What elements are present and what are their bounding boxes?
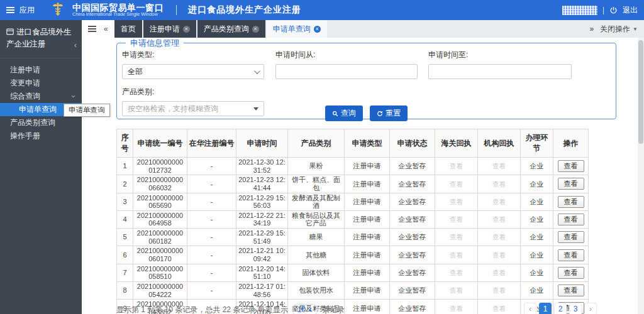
tooltip: 申请单查询 xyxy=(64,104,110,117)
apply-type-select[interactable]: 全部 xyxy=(122,64,264,79)
agency-receipt-link[interactable]: 查看 xyxy=(492,180,506,188)
customs-receipt-link[interactable]: 查看 xyxy=(450,286,463,294)
view-button[interactable]: 查看 xyxy=(558,160,584,172)
handling-step: 企业 xyxy=(521,158,553,175)
table-row: 7 202100000000058510 - 2021-12-20 14:51:… xyxy=(117,264,589,281)
tab-product-category-query[interactable]: 产品类别查询× xyxy=(197,20,265,38)
agency-receipt-link[interactable]: 查看 xyxy=(492,162,506,170)
col-index: 序号 xyxy=(117,129,133,158)
view-button[interactable]: 查看 xyxy=(558,231,584,243)
tabs-scroll-right-icon[interactable]: » xyxy=(589,24,594,33)
next-page-button[interactable]: › xyxy=(584,303,597,314)
sidebar-item-change-application[interactable]: 变更申请 xyxy=(0,77,82,90)
application-number: 202100000000012732 xyxy=(133,158,187,175)
username-redacted xyxy=(562,6,597,15)
handling-step: 企业 xyxy=(521,246,553,264)
view-button[interactable]: 查看 xyxy=(558,284,584,296)
page-button-1[interactable]: 1 xyxy=(539,303,552,314)
logout-button[interactable]: 退出 xyxy=(623,5,638,16)
caret-up-icon: ▲ xyxy=(308,308,313,312)
tab-register-application[interactable]: 注册申请× xyxy=(143,20,196,38)
customs-receipt-link[interactable]: 查看 xyxy=(450,162,463,170)
customs-receipt-link[interactable]: 查看 xyxy=(450,251,463,259)
power-icon[interactable] xyxy=(609,6,618,14)
application-time: 2021-12-17 01:48:56 xyxy=(236,281,288,299)
tab-label: 产品类别查询 xyxy=(204,24,249,35)
scrollbar-thumb[interactable] xyxy=(638,40,643,144)
application-type: 注册申请 xyxy=(345,193,390,210)
divider xyxy=(176,5,177,15)
col-application-number: 申请统一编号 xyxy=(133,129,187,158)
search-icon xyxy=(332,111,338,117)
reset-button-label: 重置 xyxy=(386,108,401,119)
tab-home[interactable]: 首页 xyxy=(114,20,142,38)
customs-receipt-link[interactable]: 查看 xyxy=(450,198,463,205)
time-from-label: 申请时间从: xyxy=(275,50,418,60)
view-button[interactable]: 查看 xyxy=(558,196,584,208)
records-summary-suffix: 条记录 xyxy=(322,305,345,314)
application-status: 企业暂存 xyxy=(390,158,435,175)
page-button-2[interactable]: 2 xyxy=(554,303,567,314)
sidebar-item-operation-manual[interactable]: 操作手册 xyxy=(0,129,82,143)
customs-receipt-link[interactable]: 查看 xyxy=(450,180,463,188)
application-status: 企业暂存 xyxy=(390,210,435,228)
handling-step: 企业 xyxy=(521,175,553,193)
close-operations-dropdown[interactable]: 关闭操作 ▼ xyxy=(600,24,638,35)
view-button[interactable]: 查看 xyxy=(558,214,584,225)
sidebar-item-product-category-query[interactable]: 产品类别查询 xyxy=(0,116,82,129)
apply-type-label: 申请类型: xyxy=(122,50,264,60)
tab-application-query[interactable]: 申请单查询× xyxy=(267,20,327,38)
table-header-row: 序号 申请统一编号 在华注册编号 申请时间 产品类别 申请类型 申请状态 海关回… xyxy=(117,129,589,158)
time-from-input[interactable] xyxy=(275,64,418,79)
customs-receipt-link[interactable]: 查看 xyxy=(450,233,463,241)
sidebar-item-label: 综合查询 xyxy=(10,92,40,100)
reset-button[interactable]: 重置 xyxy=(370,106,408,121)
tab-bar: « 首页 注册申请× 产品类别查询× 申请单查询× » 关闭操作 ▼ xyxy=(82,20,644,38)
view-button[interactable]: 查看 xyxy=(558,178,584,190)
col-application-status: 申请状态 xyxy=(390,129,435,158)
sidebar-item-comprehensive-query[interactable]: 综合查询› xyxy=(0,90,82,103)
customs-receipt-link[interactable]: 查看 xyxy=(450,215,463,223)
agency-receipt-link[interactable]: 查看 xyxy=(492,286,506,294)
tab-label: 首页 xyxy=(121,24,136,35)
page-size-select[interactable]: 10 ▲ xyxy=(292,304,318,314)
application-time: 2021-12-23 12:41:44 xyxy=(236,175,288,193)
customs-receipt-link[interactable]: 查看 xyxy=(450,269,463,276)
sidebar-item-register-application[interactable]: 注册申请 xyxy=(0,63,82,77)
table-row: 6 202100000000060170 - 2021-12-21 10:09:… xyxy=(117,246,589,264)
view-button[interactable]: 查看 xyxy=(558,249,584,261)
time-to-label: 申请时间至: xyxy=(428,50,572,60)
agency-receipt-link[interactable]: 查看 xyxy=(492,269,506,276)
handling-step: 企业 xyxy=(521,193,553,210)
application-type: 注册申请 xyxy=(345,246,390,264)
time-to-input[interactable] xyxy=(428,64,572,79)
tabs-scroll-left-icon[interactable]: « xyxy=(104,24,108,33)
close-icon[interactable]: × xyxy=(314,26,321,33)
china-reg-number: - xyxy=(187,175,236,193)
agency-receipt-link[interactable]: 查看 xyxy=(492,198,506,205)
view-button[interactable]: 查看 xyxy=(558,267,584,279)
collapse-sidebar-icon[interactable]: ‹ xyxy=(74,39,77,51)
sidebar-item-label: 操作手册 xyxy=(10,131,40,140)
tabs-menu-icon[interactable] xyxy=(88,28,96,30)
col-handling-step: 办理环节 xyxy=(521,129,553,158)
app-menu-label[interactable]: 应用 xyxy=(19,5,35,16)
prev-page-button[interactable]: ‹ xyxy=(524,303,536,314)
app-menu-icon[interactable] xyxy=(6,9,14,11)
scrollbar[interactable] xyxy=(638,38,644,314)
agency-receipt-link[interactable]: 查看 xyxy=(492,251,506,259)
query-button[interactable]: 查询 xyxy=(325,106,363,121)
product-category: 果粉 xyxy=(288,158,345,175)
close-icon[interactable]: × xyxy=(183,26,190,33)
china-reg-number: - xyxy=(187,281,236,299)
agency-receipt-link[interactable]: 查看 xyxy=(492,215,506,223)
application-number: 202100000000060170 xyxy=(133,246,187,264)
page-button-3[interactable]: 3 xyxy=(569,303,582,314)
row-index: 6 xyxy=(117,246,133,264)
brand: 中国国际贸易单一窗口 China International Trade Sin… xyxy=(72,3,164,18)
close-icon[interactable]: × xyxy=(252,26,259,33)
agency-receipt-link[interactable]: 查看 xyxy=(492,233,506,241)
main-content: 申请信息管理 申请类型: 全部 产品类别: 按空格检索，支持模糊查询 申请时间从… xyxy=(82,38,644,314)
sidebar-header[interactable]: 进口食品境外生产企业注册 ‹ xyxy=(0,20,82,58)
sidebar-title: 进口食品境外生产企业注册 xyxy=(6,28,72,48)
